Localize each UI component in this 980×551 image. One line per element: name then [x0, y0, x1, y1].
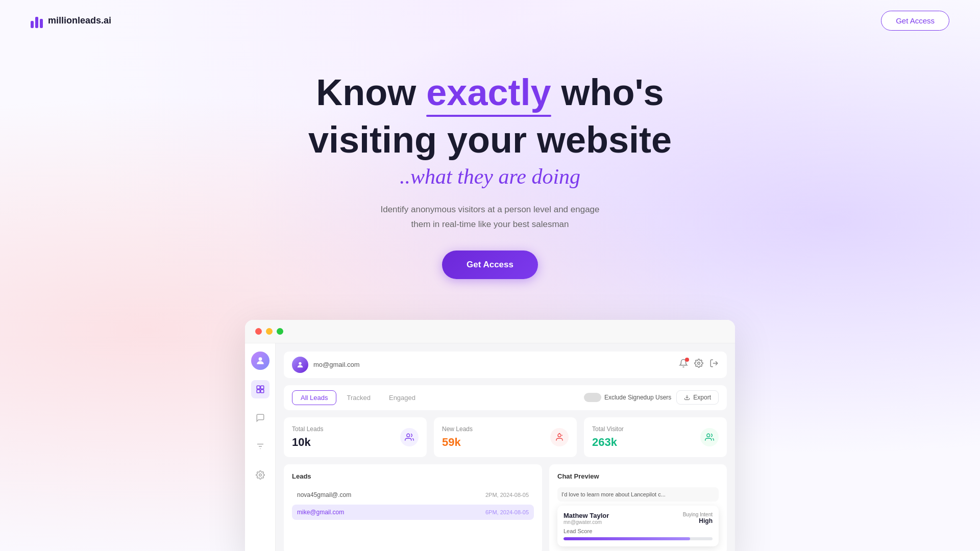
hero-description-line2: them in real-time like your best salesma… — [411, 219, 569, 229]
topbar-user: mo@gmail.com — [292, 357, 360, 373]
tab-all-leads[interactable]: All Leads — [292, 390, 336, 405]
tab-tracked[interactable]: Tracked — [338, 391, 378, 405]
lead-time-2: 6PM, 2024-08-05 — [485, 509, 529, 515]
svg-point-0 — [258, 357, 262, 361]
contact-card-header: Mathew Taylor mn@gwater.com Buying Inten… — [564, 512, 713, 525]
leads-panel-title: Leads — [292, 472, 534, 480]
exclude-toggle[interactable] — [584, 393, 601, 402]
stat-value-total-visitor: 263k — [592, 436, 624, 449]
sidebar-icon-chat[interactable] — [251, 409, 270, 427]
logo-icon — [31, 13, 43, 28]
logo-text: millionleads.ai — [48, 15, 111, 26]
hero-description: Identify anonymous visitors at a person … — [380, 203, 599, 232]
tabs-left: All Leads Tracked Engaged — [292, 390, 424, 405]
hero-cursive-text: ..what they are doing — [400, 165, 580, 188]
hero-title-line2: visiting your website — [308, 119, 672, 161]
window-maximize-btn[interactable] — [277, 328, 283, 335]
header-get-access-button[interactable]: Get Access — [881, 11, 949, 31]
svg-rect-4 — [260, 390, 263, 393]
dashboard-inner: mo@gmail.com — [245, 343, 735, 551]
lead-row-2[interactable]: mike@gmail.com 6PM, 2024-08-05 — [292, 505, 534, 520]
hero-section: Know exactly who's visiting your website… — [0, 41, 980, 310]
stat-icon-total-visitor — [700, 428, 719, 446]
hero-title-part2: who's — [551, 72, 664, 113]
stat-label-new-leads: New Leads — [442, 425, 473, 433]
tabs-right: Exclude Signedup Users Export — [584, 390, 719, 405]
lead-score-label: Lead Score — [564, 528, 713, 534]
hero-subtitle-wrapper: visiting your website — [308, 119, 672, 161]
stat-card-total-visitor: Total Visitor 263k — [584, 417, 727, 457]
header: millionleads.ai Get Access — [0, 0, 980, 41]
hero-get-access-button[interactable]: Get Access — [442, 251, 538, 279]
window-controls — [245, 320, 735, 343]
stat-label-total-visitor: Total Visitor — [592, 425, 624, 433]
svg-rect-1 — [257, 386, 260, 389]
settings-icon[interactable] — [694, 359, 703, 370]
chat-panel-title: Chat Preview — [557, 472, 719, 480]
exclude-toggle-label: Exclude Signedup Users — [584, 393, 671, 402]
bottom-row: Leads nova45gmail@.com 2PM, 2024-08-05 m… — [284, 464, 727, 551]
stats-row: Total Leads 10k New Leads 59k — [284, 417, 727, 457]
hero-title-highlight: exactly — [426, 71, 551, 114]
contact-email: mn@gwater.com — [564, 519, 609, 525]
lead-row-1[interactable]: nova45gmail@.com 2PM, 2024-08-05 — [292, 487, 534, 503]
lead-score-bar — [564, 537, 713, 540]
svg-point-17 — [707, 434, 710, 437]
window-minimize-btn[interactable] — [266, 328, 273, 335]
notification-dot — [685, 358, 689, 362]
topbar-avatar — [292, 357, 308, 373]
stat-value-new-leads: 59k — [442, 436, 473, 449]
dashboard-wrapper: mo@gmail.com — [0, 320, 980, 551]
dashboard-container: mo@gmail.com — [245, 320, 735, 551]
tab-engaged[interactable]: Engaged — [381, 391, 424, 405]
stat-icon-new-leads — [550, 428, 569, 446]
topbar-email: mo@gmail.com — [313, 361, 360, 368]
lead-time-1: 2PM, 2024-08-05 — [485, 492, 529, 498]
dashboard-sidebar — [245, 343, 276, 551]
leads-panel: Leads nova45gmail@.com 2PM, 2024-08-05 m… — [284, 464, 542, 551]
sidebar-icon-filters[interactable] — [251, 437, 270, 456]
stat-card-new-leads: New Leads 59k — [434, 417, 577, 457]
logo: millionleads.ai — [31, 13, 111, 28]
svg-point-10 — [698, 362, 700, 365]
window-close-btn[interactable] — [255, 328, 262, 335]
sidebar-icon-grid[interactable] — [251, 380, 270, 398]
hero-description-line1: Identify anonymous visitors at a person … — [380, 205, 599, 214]
dashboard-topbar: mo@gmail.com — [284, 352, 727, 378]
buying-intent-label: Buying Intent — [683, 512, 713, 517]
export-label: Export — [693, 394, 711, 401]
chat-preview-message: I'd love to learn more about Lancepilot … — [557, 487, 719, 502]
sidebar-avatar — [251, 352, 270, 370]
svg-rect-2 — [260, 386, 263, 389]
svg-point-13 — [407, 434, 410, 437]
lead-email-2: mike@gmail.com — [297, 509, 344, 516]
svg-rect-3 — [257, 390, 260, 393]
stat-icon-total-leads — [400, 428, 419, 446]
hero-title-part1: Know — [316, 72, 426, 113]
chat-preview-panel: Chat Preview I'd love to learn more abou… — [549, 464, 727, 551]
stat-value-total-leads: 10k — [292, 436, 323, 449]
svg-point-8 — [259, 474, 261, 477]
notification-icon[interactable] — [679, 359, 688, 370]
svg-point-14 — [558, 434, 561, 437]
export-button[interactable]: Export — [676, 390, 719, 405]
contact-name: Mathew Taylor — [564, 512, 609, 519]
hero-title: Know exactly who's — [316, 71, 664, 114]
dashboard-tabs: All Leads Tracked Engaged Exclude Signed… — [284, 385, 727, 410]
sidebar-icon-settings[interactable] — [251, 466, 270, 484]
lead-email-1: nova45gmail@.com — [297, 491, 351, 498]
contact-card: Mathew Taylor mn@gwater.com Buying Inten… — [557, 506, 719, 546]
svg-point-9 — [299, 362, 301, 364]
logout-icon[interactable] — [709, 359, 719, 370]
topbar-icons — [679, 359, 719, 370]
lead-score-fill — [564, 537, 690, 540]
buying-intent-value: High — [683, 517, 713, 524]
stat-label-total-leads: Total Leads — [292, 425, 323, 433]
dashboard-main: mo@gmail.com — [276, 343, 735, 551]
stat-card-total-leads: Total Leads 10k — [284, 417, 427, 457]
